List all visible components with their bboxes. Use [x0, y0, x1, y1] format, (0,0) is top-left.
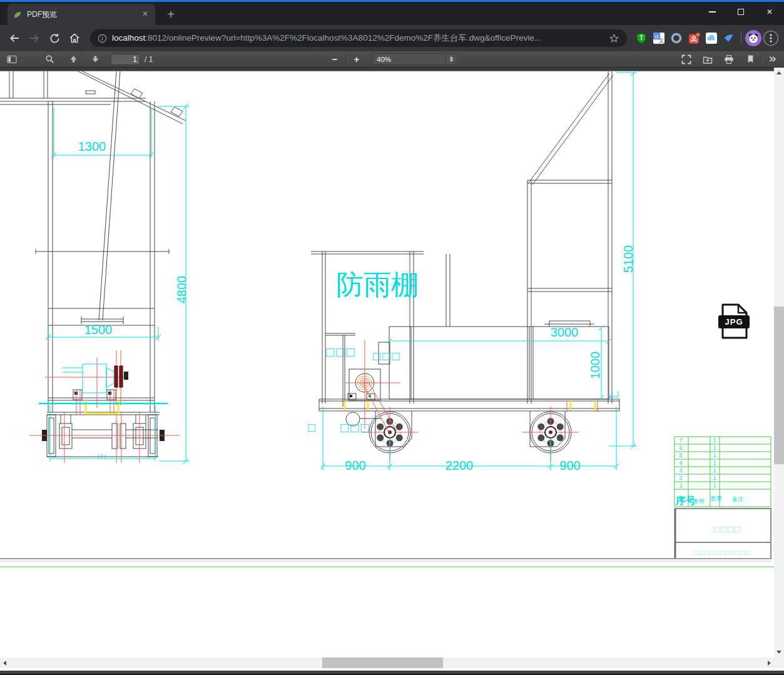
jpg-badge-label: JPG	[725, 317, 743, 327]
part-row-qty: 1	[713, 452, 716, 459]
bird-extension-icon[interactable]	[721, 30, 737, 46]
tab-title: PDF预览	[27, 9, 135, 20]
vertical-scrollbar[interactable]	[774, 68, 784, 657]
horizontal-scrollbar[interactable]	[0, 657, 774, 668]
dim-front-width: 1300	[78, 140, 106, 153]
part-row-no: 6	[679, 445, 682, 451]
reload-button[interactable]	[45, 29, 64, 48]
pdf-page-canvas: 1300 1500 4800	[0, 68, 774, 657]
cad-drawing: 1300 1500 4800	[0, 68, 774, 657]
part-row-qty: 1	[713, 482, 716, 489]
pdf-toolbar: / 1 − + 40%	[0, 51, 784, 68]
title-block: 7 1 6 1 5 1 4 1 3 1 2 1 1 1 序号 名称 数量 备注	[675, 437, 771, 559]
zoom-out-button[interactable]: −	[327, 53, 343, 66]
more-tools-button[interactable]	[764, 53, 780, 66]
scrollbar-corner	[774, 657, 784, 668]
dim-wheel-left-offset: 900	[345, 459, 365, 472]
part-row-no: 3	[679, 467, 682, 474]
forward-button[interactable]	[25, 29, 44, 48]
scroll-left-arrow-icon[interactable]	[3, 661, 6, 666]
tab-close-button[interactable]: ✕	[140, 9, 150, 19]
title-block-main-title: □□□□	[714, 524, 741, 534]
profile-avatar[interactable]	[745, 30, 761, 46]
zoom-select[interactable]: 40%	[372, 53, 457, 65]
translate-extension-icon[interactable]: G文	[651, 30, 667, 46]
dim-side-height: 5100	[621, 245, 635, 273]
browser-menu-button[interactable]	[763, 30, 779, 46]
tab-bar: PDF预览 ✕ + ✕	[0, 2, 784, 25]
sidebar-toggle-button[interactable]	[4, 53, 20, 66]
bookmark-star-icon[interactable]	[609, 33, 619, 44]
window-minimize-button[interactable]	[698, 2, 726, 22]
side-view: 3000 1000 5100 900 2200 900 防雨棚 □□□ □□□ …	[308, 71, 637, 472]
window-close-button[interactable]: ✕	[755, 2, 784, 22]
scroll-up-arrow-icon[interactable]	[776, 71, 781, 74]
presentation-mode-button[interactable]	[678, 53, 695, 66]
dim-front-body-width: 1500	[84, 323, 113, 337]
cad-tag-b: □□□	[373, 349, 401, 363]
search-button[interactable]	[41, 53, 58, 66]
col-header-name: 名称	[693, 498, 705, 504]
new-tab-button[interactable]: +	[163, 7, 179, 23]
shield-extension-icon[interactable]: T	[633, 30, 649, 46]
part-row-no: 2	[679, 475, 682, 481]
part-row-no: 1	[679, 482, 682, 489]
zoom-select-spinner-icon	[445, 54, 453, 64]
part-row-no: 5	[679, 452, 682, 459]
part-row-qty: 1	[713, 475, 716, 481]
home-button[interactable]	[65, 29, 84, 48]
jpg-file-icon: JPG	[718, 305, 750, 338]
part-row-qty: 1	[713, 460, 716, 466]
svg-text:T: T	[639, 34, 644, 41]
site-info-icon[interactable]	[98, 34, 107, 43]
cad-tag-a: □□□	[326, 344, 357, 360]
spring-leaf-icon	[13, 10, 22, 19]
url-path: :8012/onlinePreview?url=http%3A%2F%2Floc…	[145, 33, 541, 43]
page-down-button[interactable]	[87, 53, 103, 66]
window-maximize-button[interactable]	[726, 2, 755, 22]
ring-extension-icon[interactable]	[668, 30, 685, 46]
part-row-no: 4	[679, 460, 682, 466]
url-host: localhost	[112, 33, 145, 43]
browser-tab[interactable]: PDF预览 ✕	[8, 4, 155, 25]
zoom-value: 40%	[377, 56, 391, 63]
dim-front-height: 4800	[175, 276, 188, 304]
toolbar-separator	[761, 54, 761, 64]
col-header-qty: 数量	[711, 495, 722, 502]
red-extension-icon-with-badge[interactable]	[686, 30, 702, 46]
part-row-qty: 1	[713, 437, 716, 444]
zoom-in-button[interactable]: +	[349, 53, 365, 66]
title-block-sub-title: □□□□□□□□□□□	[695, 548, 751, 557]
scroll-right-arrow-icon[interactable]	[768, 661, 771, 666]
window-controls: ✕	[698, 2, 784, 22]
dim-wheel-right-offset: 900	[559, 459, 580, 472]
cad-tag-c: □□□	[340, 420, 371, 435]
page-count-label: / 1	[145, 55, 153, 64]
part-row-no: 7	[679, 437, 682, 444]
scroll-down-arrow-icon[interactable]	[776, 651, 781, 654]
open-file-button[interactable]	[700, 53, 716, 66]
cloud-extension-icon[interactable]	[703, 30, 720, 46]
vertical-scrollbar-thumb[interactable]	[774, 307, 784, 464]
print-button[interactable]	[721, 53, 737, 66]
url-text: localhost:8012/onlinePreview?url=http%3A…	[112, 33, 604, 44]
part-row-qty: 1	[713, 445, 716, 451]
horizontal-scrollbar-thumb[interactable]	[322, 657, 443, 668]
back-button[interactable]	[5, 29, 24, 48]
page-number-input[interactable]	[111, 54, 140, 65]
toolbar-separator	[741, 33, 741, 44]
svg-text:文: 文	[658, 38, 664, 44]
col-header-remark: 备注	[732, 496, 743, 502]
bookmark-view-button[interactable]	[742, 53, 758, 66]
cad-tag-d: □	[308, 420, 317, 434]
toolbar-separator	[345, 54, 346, 64]
part-row-qty: 1	[713, 467, 716, 474]
toolbar-separator	[84, 54, 84, 64]
page-up-button[interactable]	[65, 53, 81, 66]
front-view: 1300 1500 4800	[0, 68, 190, 464]
dim-wheel-base: 2200	[445, 459, 474, 472]
dim-tank-height: 1000	[588, 352, 602, 380]
address-bar[interactable]: localhost:8012/onlinePreview?url=http%3A…	[90, 29, 627, 47]
toolbar-shadow	[0, 68, 774, 71]
rain-shelter-label: 防雨棚	[336, 269, 419, 300]
